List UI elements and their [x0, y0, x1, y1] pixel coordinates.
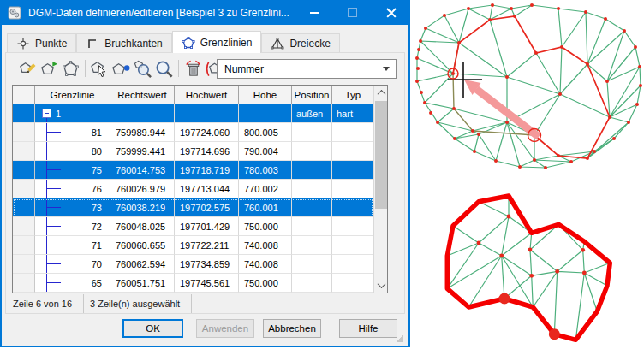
tree-line [46, 118, 47, 122]
polygon-select-cursor-icon [90, 59, 110, 79]
dgm-dialog-window: DGM-Daten definieren/editieren [Beispiel… [0, 0, 410, 347]
tree-cell: 1 [35, 104, 110, 123]
zoom-polygon-button[interactable] [133, 59, 152, 79]
gears-app-icon [8, 6, 21, 20]
resize-grip[interactable] [397, 335, 403, 342]
map-canvas[interactable] [410, 0, 644, 349]
boundary-node-large [549, 328, 560, 340]
row-selector[interactable] [13, 104, 35, 123]
help-button[interactable]: Hilfe [339, 319, 397, 338]
tab-dreiecke[interactable]: Dreiecke [261, 33, 339, 53]
tree-cell: 72 [35, 217, 110, 236]
maximize-button[interactable] [333, 0, 372, 25]
row-selector[interactable] [13, 123, 35, 142]
tin-view-bottom[interactable] [410, 174, 644, 349]
boundary-node-large [499, 293, 510, 305]
tab-bruchkanten[interactable]: Bruchkanten [76, 33, 171, 53]
toolbar [18, 58, 224, 79]
chevron-up-icon [377, 90, 385, 98]
ok-button[interactable]: OK [122, 319, 183, 338]
table-row-71[interactable]: 71 760060.655 197722.211 740.008 [13, 236, 373, 255]
tab-punkte[interactable]: Punkte [7, 33, 76, 53]
polygon-append-point-button[interactable] [111, 59, 131, 79]
column-header-rechtswert[interactable]: Rechtswert [110, 86, 175, 104]
row-selector[interactable] [13, 217, 35, 236]
table-row-81[interactable]: 81 759989.944 197724.060 800.005 [13, 123, 373, 142]
tab-grenzlinien[interactable]: Grenzlinien [172, 31, 262, 53]
tab-page-grenzlinien: Nummer Grenzlinie Rechtswert Hochwert Hö… [5, 52, 405, 314]
tree-cell: 76 [35, 180, 110, 198]
scrollbar-thumb[interactable] [375, 101, 387, 209]
status-bar: Zeile 6 von 16 3 Zeile(n) ausgewählt [7, 294, 403, 313]
combobox-value: Nummer [218, 63, 383, 75]
polygon-edit-button[interactable] [18, 59, 38, 79]
tab-strip: Punkte Bruchkanten Grenzlinien [7, 31, 340, 53]
tree-cell: 75 [35, 161, 110, 180]
table-row-75[interactable]: 75 760014.753 197718.719 780.003 [13, 161, 373, 180]
table-row-76[interactable]: 76 760026.979 197713.044 770.002 [13, 180, 373, 198]
column-header-position[interactable]: Position [292, 86, 332, 104]
close-button[interactable] [372, 0, 410, 25]
status-selection-info: 3 Zeile(n) ausgewählt [84, 294, 192, 313]
chevron-down-icon [377, 280, 385, 288]
apply-button[interactable]: Anwenden [196, 319, 254, 338]
collapse-toggle[interactable] [42, 109, 51, 118]
row-selector[interactable] [13, 255, 35, 274]
tab-label: Grenzlinien [200, 37, 253, 49]
vertex-dots [415, 3, 642, 169]
breakline-icon [86, 37, 99, 50]
row-selector[interactable] [13, 142, 35, 161]
grenzlinien-table: Grenzlinie Rechtswert Hochwert Höhe Posi… [12, 85, 388, 293]
row-selector[interactable] [13, 161, 35, 180]
column-header-hochwert[interactable]: Hochwert [175, 86, 239, 104]
polygon-new-button[interactable] [61, 59, 80, 79]
polygon-add-button[interactable] [39, 59, 59, 79]
column-header-typ[interactable]: Typ [332, 86, 373, 104]
point-crosshair-icon [16, 37, 30, 50]
scroll-up-button[interactable] [374, 86, 388, 100]
tab-label: Punkte [35, 38, 67, 50]
row-selector[interactable] [13, 180, 35, 198]
column-header-grenzlinie[interactable]: Grenzlinie [35, 86, 110, 104]
polygon-select-button[interactable] [90, 59, 110, 79]
maximize-icon [348, 8, 357, 17]
table-body: Grenzlinie Rechtswert Hochwert Höhe Posi… [13, 86, 373, 293]
row-selector[interactable] [13, 236, 35, 255]
tab-label: Dreiecke [289, 38, 330, 50]
tree-cell: 65 [35, 274, 110, 293]
tin-view-top[interactable] [410, 0, 644, 174]
tree-cell: 81 [35, 123, 110, 142]
polygon-new-icon [61, 59, 80, 79]
table-row-72[interactable]: 72 760048.025 197701.429 750.000 [13, 217, 373, 236]
toolbar-separator [85, 60, 86, 77]
table-row-70[interactable]: 70 760062.594 197734.859 740.008 [13, 255, 373, 274]
tree-cell: 71 [35, 236, 110, 255]
delete-polygon-button[interactable] [183, 59, 203, 79]
table-row-65[interactable]: 65 760051.751 197745.561 750.000 [13, 274, 373, 293]
table-row-73[interactable]: 73 760038.219 197702.575 760.001 [13, 198, 373, 217]
minimize-button[interactable] [295, 0, 333, 25]
screenshot-root: DGM-Daten definieren/editieren [Beispiel… [0, 0, 644, 349]
window-title: DGM-Daten definieren/editieren [Beispiel… [28, 7, 295, 19]
tin-mesh-top [415, 3, 642, 169]
minimize-icon [310, 12, 319, 14]
column-header-selector[interactable] [13, 86, 35, 104]
zoom-icon [154, 59, 174, 79]
sort-mode-combobox[interactable]: Nummer [217, 59, 397, 79]
scroll-down-button[interactable] [374, 278, 388, 293]
table-row-80[interactable]: 80 759999.441 197714.696 790.004 [13, 142, 373, 161]
cancel-button[interactable]: Abbrechen [263, 319, 321, 338]
row-selector[interactable] [13, 198, 35, 217]
column-header-hoehe[interactable]: Höhe [239, 86, 292, 104]
row-selector[interactable] [13, 274, 35, 293]
table-header-row: Grenzlinie Rechtswert Hochwert Höhe Posi… [13, 86, 373, 104]
zoom-polygon-icon [133, 59, 152, 79]
titlebar[interactable]: DGM-Daten definieren/editieren [Beispiel… [0, 0, 410, 25]
status-row-info: Zeile 6 von 16 [7, 294, 84, 313]
drag-arrow [464, 80, 539, 137]
outer-boundary-red [447, 196, 610, 340]
table-row-parent-1[interactable]: 1 außen hart [13, 104, 373, 123]
zoom-button[interactable] [154, 59, 174, 79]
vertical-scrollbar[interactable] [373, 86, 387, 293]
tin-mesh-bottom [447, 196, 610, 340]
